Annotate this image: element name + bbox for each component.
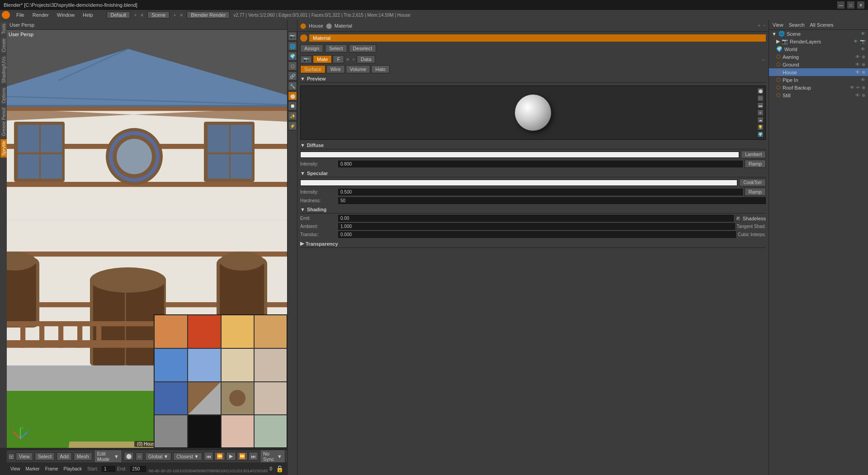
constraints-icon[interactable]: 🔗 — [288, 71, 297, 81]
shading-uvs-tab[interactable]: Shading/UVs — [0, 55, 7, 85]
still-item[interactable]: ⬡ Still 👁 ⊕ — [769, 91, 868, 99]
render-mode-selector[interactable]: Default — [107, 11, 131, 19]
transluc-value[interactable]: 0.000 — [338, 231, 736, 238]
diffuse-intensity-value[interactable]: 0.800 — [338, 161, 743, 167]
tile-0-2[interactable] — [221, 315, 255, 348]
tile-2-2[interactable] — [221, 382, 255, 415]
view-label[interactable]: View — [10, 466, 20, 471]
halo-tab[interactable]: Halo — [371, 65, 390, 73]
scene-selector[interactable]: Scene — [147, 11, 170, 19]
tile-2-1[interactable] — [188, 382, 221, 415]
menu-help[interactable]: Help — [79, 11, 97, 19]
roof-backup-item[interactable]: ⬡ Roof Backup 👁 ✏ ⊕ — [769, 84, 868, 91]
specular-color-swatch[interactable] — [300, 180, 737, 186]
tile-2-3[interactable] — [254, 382, 287, 415]
outline-all-scenes-tab[interactable]: All Scenes — [808, 22, 835, 28]
material-name[interactable]: Material — [309, 34, 766, 42]
texture-props-icon[interactable]: 🔲 — [288, 101, 297, 110]
menu-file[interactable]: File — [13, 11, 28, 19]
snap-dropdown[interactable]: Closest ▼ — [173, 452, 202, 461]
playback-label[interactable]: Playback — [64, 466, 82, 471]
world-props-icon[interactable]: 🌍 — [288, 52, 297, 61]
preview-world-btn[interactable]: 🌍 — [757, 131, 764, 138]
roof-backup-edit-icon[interactable]: ✏ — [856, 85, 860, 90]
preview-plane-btn[interactable]: ▬ — [757, 102, 764, 109]
particles-props-icon[interactable]: ✨ — [288, 111, 297, 120]
render-props-icon[interactable]: 📷 — [288, 32, 297, 41]
wire-tab[interactable]: Wire — [326, 65, 345, 73]
playback-next-button[interactable]: ⏩ — [237, 452, 248, 461]
playback-end-button[interactable]: ⏭ — [249, 452, 258, 461]
tile-1-0[interactable] — [154, 348, 188, 382]
minimize-button[interactable]: — — [837, 1, 844, 9]
add-button[interactable]: Add — [57, 452, 72, 461]
menu-window[interactable]: Window — [53, 11, 78, 19]
specular-ramp-button[interactable]: Ramp — [745, 188, 766, 196]
frame-label[interactable]: Frame — [45, 466, 58, 471]
tile-0-1[interactable] — [188, 315, 221, 348]
plus-btn-mat[interactable]: + — [351, 56, 356, 63]
playback-prev-button[interactable]: ⏪ — [214, 452, 225, 461]
tile-1-3[interactable] — [254, 348, 287, 382]
minus-btn[interactable]: − — [763, 23, 766, 28]
tile-panel[interactable] — [154, 314, 287, 448]
diffuse-shader-btn[interactable]: Lambert — [741, 151, 766, 158]
tile-3-2[interactable] — [221, 415, 255, 448]
house-cursor-icon[interactable]: ⊕ — [862, 70, 865, 75]
preview-sphere-btn[interactable]: ⬤ — [757, 88, 764, 94]
awning-item[interactable]: ⬡ Awning 👁 ⊕ — [769, 53, 868, 61]
tile-grid[interactable] — [154, 315, 287, 448]
playback-start-button[interactable]: ⏮ — [204, 452, 213, 461]
tile-2-0[interactable] — [154, 382, 188, 415]
still-cursor-icon[interactable]: ⊕ — [862, 93, 865, 98]
start-frame[interactable]: 1 — [102, 466, 115, 472]
shadeless-checkbox[interactable] — [736, 216, 741, 221]
world-item[interactable]: 🌍 World 👁 — [769, 45, 868, 53]
roof-backup-eye-icon[interactable]: 👁 — [850, 85, 854, 90]
pipe-in-eye-icon[interactable]: 👁 — [861, 77, 865, 82]
specular-intensity-value[interactable]: 0.500 — [338, 189, 743, 195]
scene-root-item[interactable]: ▼ 🌐 Scene 👁 — [769, 30, 868, 38]
house-item[interactable]: ⬡ House 👁 ⊕ — [769, 68, 868, 76]
global-dropdown[interactable]: Global ▼ — [145, 452, 172, 461]
viewport-shading-btn[interactable]: ⬤ — [124, 452, 134, 461]
emit-value[interactable]: 0.00 — [338, 215, 734, 222]
select-button[interactable]: Select — [35, 452, 55, 461]
sync-dropdown[interactable]: No Sync ▼ — [260, 450, 285, 463]
preview-sky-btn[interactable]: ☁ — [757, 117, 764, 123]
render-layers-item[interactable]: ▶ 📷 RenderLayers 👁 📷 — [769, 38, 868, 45]
physics-props-icon[interactable]: ⚡ — [288, 121, 297, 130]
diffuse-ramp-button[interactable]: Ramp — [745, 160, 766, 168]
menu-render[interactable]: Render — [29, 11, 52, 19]
tools-tab[interactable]: Tools — [0, 22, 7, 36]
maximize-button[interactable]: □ — [847, 1, 854, 9]
close-button[interactable]: ✕ — [857, 1, 864, 9]
pipe-in-item[interactable]: ⬡ Pipe In 👁 — [769, 76, 868, 84]
scene-eye-icon[interactable]: 👁 — [861, 31, 865, 36]
outline-search-tab[interactable]: Search — [787, 22, 807, 28]
select-mat-button[interactable]: Select — [325, 44, 347, 52]
mesh-button[interactable]: Mesh — [74, 452, 92, 461]
create-tab[interactable]: Create — [0, 37, 7, 54]
preview-cube-btn[interactable]: □ — [757, 95, 764, 101]
playback-play-button[interactable]: ▶ — [226, 452, 236, 461]
scene-props-icon[interactable]: 🌐 — [288, 42, 297, 51]
ground-item[interactable]: ⬡ Ground 👁 ⊕ — [769, 61, 868, 68]
material-props-icon[interactable]: ⬤ — [288, 91, 297, 100]
ground-cursor-icon[interactable]: ⊕ — [862, 62, 865, 67]
end-frame[interactable]: 250 — [130, 466, 146, 472]
ambient-value[interactable]: 1.000 — [338, 223, 735, 230]
awning-cursor-icon[interactable]: ⊕ — [862, 54, 865, 59]
tile-3-0[interactable] — [154, 415, 188, 448]
tile-0-3[interactable] — [254, 315, 287, 348]
sprytile-tab[interactable]: Sprytile — [0, 139, 7, 157]
specular-shader-btn[interactable]: CookTorr — [739, 179, 766, 186]
options-tab[interactable]: Options — [0, 86, 7, 105]
hardness-value[interactable]: 50 — [338, 197, 766, 204]
preview-hair-btn[interactable]: ≡ — [757, 109, 764, 116]
tile-0-0[interactable] — [154, 315, 188, 348]
still-eye-icon[interactable]: 👁 — [855, 93, 860, 98]
edit-mode-dropdown[interactable]: Edit Mode ▼ — [94, 450, 122, 463]
tile-3-3[interactable] — [254, 415, 287, 448]
assign-button[interactable]: Assign — [300, 44, 323, 52]
